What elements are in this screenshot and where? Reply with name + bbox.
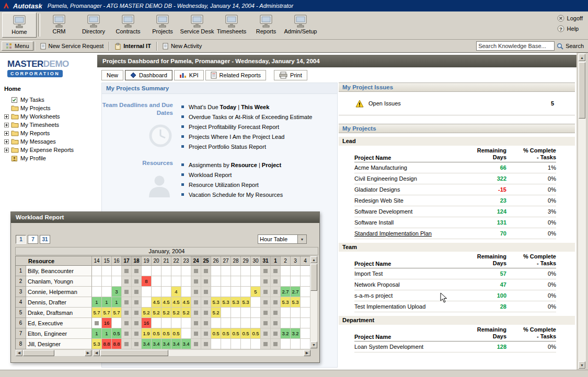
resource-name-link[interactable]: Chanlam, Youngn — [26, 276, 92, 287]
scroll-down-button[interactable]: ▼ — [310, 341, 317, 348]
resource-name-link[interactable]: Ed, Executive — [26, 318, 92, 328]
sidebar-item-my-projects[interactable]: My Projects — [0, 104, 97, 112]
logoff-button[interactable]: Logoff — [557, 15, 583, 22]
tree-expander-icon[interactable] — [4, 148, 11, 152]
project-name-link[interactable]: Software Development — [354, 208, 457, 215]
workload-hours-cell[interactable]: 0.5 — [221, 328, 231, 339]
scroll-up-button[interactable]: ▲ — [310, 256, 317, 263]
summary-link[interactable]: Projects Where I Am the Project Lead — [181, 132, 337, 142]
sidebar-item-my-expense-reports[interactable]: My Expense Reports — [0, 146, 97, 154]
sidebar-item-my-worksheets[interactable]: My Worksheets — [0, 112, 97, 121]
scroll-left-button[interactable]: ◀ — [16, 350, 22, 356]
workload-hours-cell[interactable]: 5.3 — [291, 297, 301, 308]
workload-hours-cell[interactable]: 0.5 — [152, 328, 162, 339]
workload-hours-cell[interactable]: 0.5 — [231, 328, 241, 339]
workload-hours-cell[interactable]: 5.2 — [162, 308, 171, 318]
workload-hours-cell[interactable]: 0.5 — [162, 328, 171, 339]
project-name-link[interactable]: Loan System Development — [354, 344, 457, 350]
workload-hours-cell[interactable]: 8 — [142, 276, 152, 287]
resource-name-link[interactable]: Drake, Draftsman — [26, 308, 92, 318]
scroll-right-button[interactable]: ▶ — [304, 350, 310, 356]
resource-name-link[interactable]: Jill, Designer — [26, 339, 92, 349]
open-issues-link[interactable]: Open Issues — [368, 100, 401, 107]
summary-link[interactable]: Vacation Schedule for My Resources — [181, 190, 337, 200]
workload-hours-cell[interactable]: 5.2 — [171, 308, 181, 318]
workload-hours-cell[interactable]: 3.2 — [291, 328, 301, 339]
calendar-1-day-button[interactable]: 1 — [16, 235, 26, 244]
workload-hours-cell[interactable]: 3 — [112, 287, 122, 297]
workload-hours-cell[interactable]: 5.2 — [152, 308, 162, 318]
menu-item-new-service-request[interactable]: New Service Request — [36, 43, 109, 50]
workload-hours-cell[interactable]: 5.7 — [102, 308, 112, 318]
toolbar-projects-button[interactable]: Projects — [145, 13, 180, 38]
menu-item-new-activity[interactable]: New Activity — [158, 43, 206, 50]
project-name-link[interactable]: Civil Engineering Design — [354, 175, 457, 182]
scroll-thumb[interactable] — [579, 62, 585, 119]
workload-hours-cell[interactable]: 3.4 — [152, 339, 162, 349]
project-name-link[interactable]: Network Proposal — [354, 281, 457, 288]
workload-hours-cell[interactable]: 5 — [251, 287, 261, 297]
workload-hours-cell[interactable]: 5.2 — [181, 308, 191, 318]
tree-expander-icon[interactable] — [4, 131, 11, 136]
workload-hours-cell[interactable]: 1 — [92, 297, 102, 308]
workload-hours-cell[interactable]: 5.7 — [92, 308, 102, 318]
workload-hours-cell[interactable]: 1 — [112, 297, 122, 308]
knowledge-base-search-input[interactable] — [476, 41, 555, 51]
toolbar-service-desk-button[interactable]: Service Desk — [180, 13, 214, 38]
summary-link[interactable]: Workload Report — [181, 170, 337, 180]
toolbar-admin-setup-button[interactable]: Admin/Setup — [283, 13, 318, 38]
workload-hours-cell[interactable]: 5.3 — [241, 297, 251, 308]
tab-kpi[interactable]: KPI — [174, 70, 204, 80]
project-name-link[interactable]: Test Implementation Upload — [354, 303, 457, 310]
workload-hours-cell[interactable]: 3.2 — [281, 328, 291, 339]
workload-hours-cell[interactable]: 4.5 — [152, 297, 162, 308]
tree-expander-icon[interactable] — [4, 123, 11, 127]
resource-name-link[interactable]: Dennis, Drafter — [26, 297, 92, 308]
scroll-down-button[interactable]: ▼ — [579, 361, 585, 369]
workload-hours-cell[interactable]: 0.5 — [241, 328, 251, 339]
resource-name-link[interactable]: Billy, Beancounter — [26, 266, 92, 276]
project-name-link[interactable]: Software Install — [354, 219, 457, 226]
summary-link[interactable]: Project Profitability Forecast Report — [181, 122, 337, 132]
tree-expander-icon[interactable] — [4, 139, 11, 144]
scroll-up-button[interactable]: ▲ — [579, 54, 585, 61]
tab-print[interactable]: Print — [274, 70, 307, 80]
toolbar-directory-button[interactable]: Directory — [76, 13, 111, 38]
workload-hours-cell[interactable]: 5.3 — [231, 297, 241, 308]
workload-hours-cell[interactable]: 4 — [171, 287, 181, 297]
menu-item-internal-it[interactable]: Internal IT — [110, 43, 156, 50]
workload-hours-cell[interactable]: 0.5 — [251, 328, 261, 339]
workload-hours-cell[interactable]: 2.7 — [281, 287, 291, 297]
workload-hours-cell[interactable]: 1 — [92, 328, 102, 339]
workload-hours-cell[interactable]: 5.3 — [281, 297, 291, 308]
workload-hours-cell[interactable]: 4.5 — [162, 297, 171, 308]
workload-hours-cell[interactable]: 2.7 — [291, 287, 301, 297]
toolbar-timesheets-button[interactable]: Timesheets — [214, 13, 249, 38]
help-button[interactable]: ?Help — [557, 25, 583, 32]
scroll-left-button[interactable]: ◀ — [93, 350, 100, 356]
workload-hours-cell[interactable]: 4.5 — [181, 297, 191, 308]
summary-link[interactable]: Project Portfolio Status Report — [181, 142, 337, 152]
workload-hours-cell[interactable]: 0.5 — [171, 328, 181, 339]
scroll-right-button[interactable]: ▶ — [85, 350, 91, 356]
table-type-select[interactable]: Hour Table ▼ — [258, 234, 307, 244]
workload-hours-cell[interactable]: 0.5 — [211, 328, 221, 339]
summary-link[interactable]: Overdue Tasks or At-Risk of Exceeding Es… — [181, 112, 337, 122]
workload-hours-cell[interactable]: 3.4 — [181, 339, 191, 349]
menu-item-menu[interactable]: Menu — [2, 41, 33, 51]
calendar-7-day-button[interactable]: 7 — [28, 235, 38, 244]
sidebar-item-my-profile[interactable]: My Profile — [0, 154, 97, 162]
tab-new[interactable]: New — [101, 70, 123, 80]
toolbar-crm-button[interactable]: CRM — [42, 13, 76, 38]
resource-name-link[interactable]: Connie, Helperman — [26, 287, 92, 297]
workload-hours-cell[interactable]: 4.5 — [171, 297, 181, 308]
project-name-link[interactable]: Standard Implementation Plan — [354, 230, 457, 237]
workload-hours-cell[interactable]: 3.4 — [171, 339, 181, 349]
workload-hours-cell[interactable]: 1 — [102, 328, 112, 339]
project-name-link[interactable]: Acme Manufacturing — [354, 164, 457, 171]
summary-link[interactable]: What's Due Today | This Week — [181, 102, 337, 112]
workload-hours-cell[interactable]: 5.2 — [142, 308, 152, 318]
workload-hours-cell[interactable]: 5.3 — [211, 297, 221, 308]
summary-link[interactable]: Assignments by Resource | Project — [181, 160, 337, 170]
scroll-thumb[interactable] — [310, 264, 317, 291]
